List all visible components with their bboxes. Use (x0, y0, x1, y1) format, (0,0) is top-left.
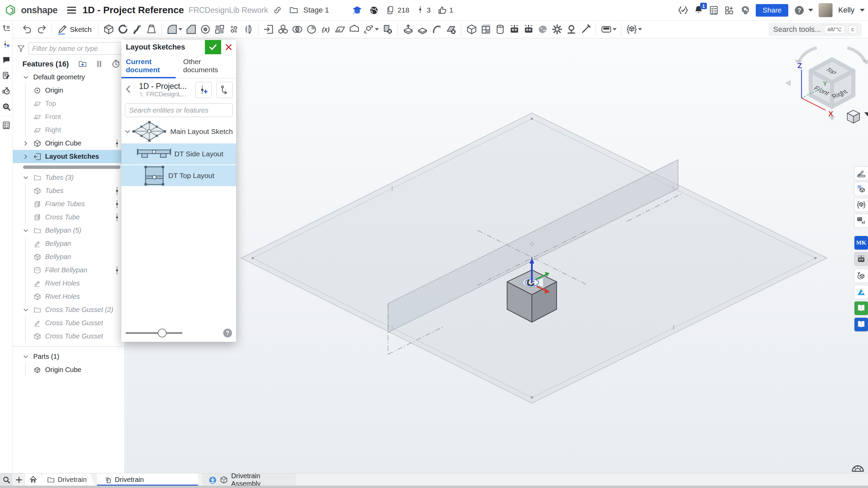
chevron-right-icon[interactable] (22, 140, 30, 147)
feature-row-frame-tubes[interactable]: Frame Tubes (13, 197, 124, 211)
toolbar-fillet-icon[interactable] (165, 22, 179, 37)
toolbar-name-tag-icon[interactable] (599, 22, 613, 37)
feature-row-parts-1-[interactable]: Parts (1) (13, 350, 124, 363)
toolbar-revolve-icon[interactable] (116, 22, 130, 37)
toolbar-fillet-caret-icon[interactable] (178, 28, 182, 31)
toolbar-sweep-icon[interactable] (130, 22, 144, 37)
toolbar-custom-feature-caret-icon[interactable] (638, 28, 642, 31)
toolbar-chamfer-icon[interactable] (184, 22, 198, 37)
help-icon[interactable]: ? (794, 5, 805, 16)
filter-icon[interactable] (17, 44, 25, 53)
rail-performance-icon[interactable] (0, 83, 13, 99)
toolbar-split-part-icon[interactable] (304, 22, 319, 37)
feature-row-origin-cube[interactable]: Origin Cube (13, 137, 124, 150)
feature-row-bellypan[interactable]: Bellypan (13, 250, 124, 263)
toolbar-undo-icon[interactable] (20, 22, 34, 37)
toolbar-cylinder-primitive-icon[interactable] (493, 22, 507, 37)
chevron-down-icon[interactable] (22, 174, 30, 181)
rail-document-notes-icon[interactable] (0, 67, 13, 83)
toolbar-box-icon[interactable] (415, 22, 429, 37)
robot-app-icon[interactable] (854, 252, 868, 266)
back-chevron-icon[interactable] (123, 84, 135, 96)
featurescript-check-icon[interactable] (678, 5, 688, 15)
toolbar-mate-connector-tool-icon[interactable] (564, 22, 578, 37)
feature-row-layout-sketches[interactable]: Layout Sketches (13, 150, 124, 163)
likes-stat[interactable]: 1 (438, 5, 454, 15)
tasks-icon[interactable] (709, 5, 719, 15)
toolbar-extrude-icon[interactable] (101, 22, 116, 37)
chevron-down-icon[interactable] (22, 306, 30, 314)
toolbar-sketch-icon[interactable] (55, 22, 69, 37)
help-caret-icon[interactable] (808, 9, 813, 12)
copies-stat[interactable]: 218 (386, 5, 409, 15)
feature-row-bellypan-5-[interactable]: Bellypan (5) (13, 224, 124, 237)
share-button[interactable]: Share (756, 4, 788, 17)
toolbar-marker-tool-icon[interactable] (578, 22, 593, 37)
appearance-panel-icon[interactable] (854, 166, 868, 180)
feature-history-icon[interactable] (111, 59, 120, 69)
main-menu-icon[interactable] (67, 7, 76, 14)
feature-menu-icon[interactable] (114, 213, 120, 222)
toolbar-plane-icon[interactable] (333, 22, 347, 37)
feature-menu-icon[interactable] (114, 139, 120, 148)
feature-row-tubes[interactable]: Tubes (13, 184, 124, 197)
toolbar-composite-part-icon[interactable] (276, 22, 290, 37)
toolbar-linear-pattern-icon[interactable] (212, 22, 227, 37)
feature-row-fillet-bellypan[interactable]: Fillet Bellypan (13, 263, 124, 277)
slider-thumb[interactable] (158, 329, 167, 337)
toolbar-delete-part-icon[interactable] (380, 22, 394, 37)
feature-row-default-geometry[interactable]: Default geometry (13, 71, 124, 84)
feature-row-origin[interactable]: Origin (13, 84, 124, 97)
blue-library-app-icon[interactable] (854, 317, 868, 332)
tab-other-documents[interactable]: Other documents (183, 54, 236, 78)
view-cube[interactable]: Top Front Right Z X Y (785, 48, 868, 123)
rail-action-items-icon[interactable] (0, 117, 13, 133)
chevron-down-icon[interactable] (124, 128, 131, 135)
insert-version-button[interactable] (195, 82, 212, 98)
user-menu-caret-icon[interactable] (860, 9, 865, 12)
search-tabs-button[interactable] (0, 473, 13, 486)
rail-search-in-document-icon[interactable] (0, 99, 13, 114)
toolbar-featurescript-robot-2-icon[interactable] (521, 22, 536, 37)
search-tools[interactable]: Search tools... alt/⌥ c (769, 23, 862, 36)
avatar[interactable] (818, 3, 833, 17)
custom-table-icon[interactable] (854, 198, 868, 212)
document-title[interactable]: 1D - Project Reference (83, 5, 184, 16)
view-options-button[interactable] (847, 110, 868, 123)
feature-row-rivet-holes[interactable]: Rivet Holes (13, 290, 124, 303)
feature-row-cross-tube-gusset-2-[interactable]: Cross Tube Gusset (2) (13, 303, 124, 316)
exploded-view-app-icon[interactable] (854, 269, 868, 283)
toolbar-featurescript-robot-1-icon[interactable] (507, 22, 521, 37)
thumbnail-size-slider[interactable] (126, 332, 182, 334)
toolbar-grid-frame-icon[interactable] (479, 22, 493, 37)
tab-current-document[interactable]: Current document (126, 54, 176, 78)
branch-graph-button[interactable] (216, 82, 233, 98)
new-tab-button[interactable] (13, 473, 25, 486)
dialog-item-main-layout-sketch[interactable]: Main Layout Sketch (121, 120, 236, 143)
feature-row-cross-tube-gusset[interactable]: Cross Tube Gusset (13, 316, 124, 330)
filter-input[interactable] (28, 42, 125, 55)
view-options-caret-icon[interactable] (864, 112, 868, 116)
breadcrumb-folder-tab[interactable]: Drivetrain (42, 473, 95, 486)
rail-create-version-icon[interactable] (0, 36, 13, 52)
toolbar-export-icon[interactable] (401, 22, 415, 37)
toolbar-beaver-tool-icon[interactable] (536, 22, 550, 37)
toolbar-redo-icon[interactable] (34, 22, 49, 37)
toolbar-delete-face-icon[interactable] (444, 22, 458, 37)
toolbar-enclose-icon[interactable] (347, 22, 361, 37)
chevron-down-icon[interactable] (22, 227, 30, 234)
workspace-label[interactable]: Stage 1 (303, 6, 329, 15)
feature-row-top[interactable]: Top (13, 97, 124, 110)
feature-row-cross-tube-gusset[interactable]: Cross Tube Gusset (13, 330, 124, 343)
accept-button[interactable] (205, 40, 221, 54)
public-icon[interactable] (369, 5, 379, 15)
toolbar-transform-icon[interactable] (361, 22, 375, 37)
entity-search-input[interactable] (125, 103, 233, 117)
feature-row-right[interactable]: Right (13, 123, 124, 137)
pause-updates-icon[interactable] (95, 59, 104, 69)
toolbar-move-face-icon[interactable] (429, 22, 444, 37)
chevron-right-icon[interactable] (22, 153, 30, 160)
learning-icon[interactable] (352, 5, 362, 15)
mkcad-app-icon[interactable]: MK (854, 236, 868, 250)
feature-row-rivet-holes[interactable]: Rivet Holes (13, 277, 124, 290)
